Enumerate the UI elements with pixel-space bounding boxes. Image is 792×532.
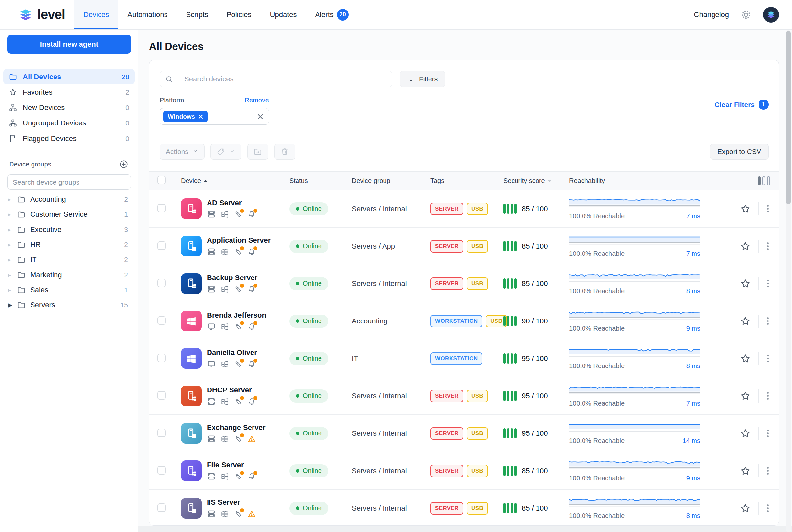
device-group-sales[interactable]: ▸ Sales 1 (0, 282, 138, 298)
add-device-group-icon[interactable] (119, 159, 129, 169)
row-menu-icon[interactable] (766, 204, 770, 214)
row-checkbox[interactable] (157, 204, 166, 212)
device-name[interactable]: File Server (207, 461, 244, 469)
row-menu-icon[interactable] (766, 316, 770, 326)
chevron-right-icon[interactable]: ▶ (8, 302, 15, 309)
row-checkbox[interactable] (157, 279, 166, 287)
row-menu-icon[interactable] (766, 279, 770, 289)
device-group-customer-service[interactable]: ▸ Customer Service 1 (0, 207, 138, 222)
user-avatar[interactable] (763, 7, 779, 23)
delete-button[interactable] (274, 144, 295, 159)
column-header-device[interactable]: Device (181, 177, 289, 185)
online-dot (296, 394, 300, 398)
row-menu-icon[interactable] (766, 466, 770, 476)
chevron-right-icon[interactable]: ▸ (8, 211, 15, 218)
favorite-star-icon[interactable] (740, 503, 751, 514)
favorite-star-icon[interactable] (740, 466, 751, 476)
device-name[interactable]: Application Server (207, 236, 271, 244)
device-name[interactable]: Brenda Jefferson (207, 311, 266, 319)
chip-remove-icon[interactable] (198, 114, 203, 119)
device-groups-search-input[interactable] (7, 174, 131, 190)
clear-filters-link[interactable]: Clear Filters 1 (715, 99, 769, 110)
device-name[interactable]: AD Server (207, 199, 242, 207)
tab-scripts[interactable]: Scripts (177, 0, 217, 29)
row-menu-icon[interactable] (766, 353, 770, 363)
row-checkbox[interactable] (157, 429, 166, 437)
actions-dropdown-button[interactable]: Actions (159, 144, 205, 159)
windows-filter-chip[interactable]: Windows (163, 111, 208, 122)
device-group-it[interactable]: ▸ IT 2 (0, 252, 138, 267)
row-checkbox[interactable] (157, 354, 166, 362)
favorite-star-icon[interactable] (740, 428, 751, 439)
device-name[interactable]: Exchange Server (207, 423, 266, 432)
select-all-checkbox[interactable] (157, 176, 166, 184)
sidebar-item-favorites[interactable]: Favorites 2 (3, 84, 135, 100)
tab-policies[interactable]: Policies (217, 0, 261, 29)
column-header-device-group[interactable]: Device group (352, 177, 430, 185)
sidebar-item-new-devices[interactable]: New Devices 0 (3, 100, 135, 115)
chevron-right-icon[interactable]: ▸ (8, 196, 15, 203)
export-to-csv-button[interactable]: Export to CSV (710, 144, 769, 159)
group-count: 2 (124, 241, 128, 249)
scrollbar-thumb[interactable] (786, 31, 791, 204)
favorite-star-icon[interactable] (740, 241, 751, 252)
device-avatar (181, 498, 201, 518)
scrollbar-track[interactable] (786, 30, 791, 532)
move-to-group-button[interactable] (247, 144, 268, 159)
install-new-agent-button[interactable]: Install new agent (7, 35, 131, 54)
sidebar-item-ungrouped-devices[interactable]: Ungrouped Devices 0 (3, 115, 135, 131)
column-header-reachability[interactable]: Reachability (569, 177, 702, 185)
device-group-executive[interactable]: ▸ Executive 3 (0, 222, 138, 237)
column-settings-icon[interactable] (702, 176, 778, 185)
filters-button[interactable]: Filters (400, 71, 445, 87)
tab-automations[interactable]: Automations (118, 0, 177, 29)
device-group-marketing[interactable]: ▸ Marketing 2 (0, 267, 138, 282)
device-name[interactable]: Daniella Oliver (207, 348, 257, 357)
row-checkbox[interactable] (157, 391, 166, 400)
changelog-link[interactable]: Changelog (694, 11, 729, 19)
row-checkbox[interactable] (157, 504, 166, 512)
row-checkbox[interactable] (157, 316, 166, 325)
settings-gear-icon[interactable] (740, 9, 752, 21)
row-menu-icon[interactable] (766, 503, 770, 513)
favorite-star-icon[interactable] (740, 353, 751, 364)
tab-label: Devices (83, 11, 109, 19)
device-group-servers[interactable]: ▶ Servers 15 (0, 298, 138, 312)
column-header-status[interactable]: Status (289, 177, 352, 185)
favorite-star-icon[interactable] (740, 391, 751, 402)
chevron-right-icon[interactable]: ▸ (8, 241, 15, 248)
platform-filter-select[interactable]: Windows (159, 108, 269, 125)
chevron-right-icon[interactable]: ▸ (8, 226, 15, 233)
search-devices-input[interactable] (178, 75, 392, 83)
device-group-hr[interactable]: ▸ HR 2 (0, 237, 138, 252)
column-header-tags[interactable]: Tags (430, 177, 503, 185)
sidebar-item-all-devices[interactable]: All Devices 28 (3, 69, 135, 84)
column-header-security-score[interactable]: Security score (503, 177, 569, 185)
row-menu-icon[interactable] (766, 391, 770, 401)
clear-select-icon[interactable] (257, 114, 263, 119)
device-name[interactable]: DHCP Server (207, 386, 252, 394)
tab-devices[interactable]: Devices (74, 0, 118, 29)
favorite-star-icon[interactable] (740, 278, 751, 289)
tag-dropdown-button[interactable] (211, 144, 242, 159)
favorite-star-icon[interactable] (740, 203, 751, 214)
tab-alerts[interactable]: Alerts 20 (306, 0, 358, 29)
chevron-right-icon[interactable]: ▸ (8, 287, 15, 293)
level-logo[interactable]: level (0, 0, 74, 29)
chevron-right-icon[interactable]: ▸ (8, 256, 15, 263)
folder-icon (17, 210, 26, 219)
row-menu-icon[interactable] (766, 428, 770, 438)
tab-updates[interactable]: Updates (261, 0, 306, 29)
row-checkbox[interactable] (157, 466, 166, 475)
status-badge: Online (289, 240, 328, 253)
row-menu-icon[interactable] (766, 241, 770, 251)
device-group-accounting[interactable]: ▸ Accounting 2 (0, 192, 138, 207)
sidebar-item-flagged-devices[interactable]: Flagged Devices 0 (3, 131, 135, 146)
favorite-star-icon[interactable] (740, 316, 751, 327)
chevron-right-icon[interactable]: ▸ (8, 271, 15, 279)
security-score-value: 90 / 100 (522, 317, 548, 325)
remove-filter-link[interactable]: Remove (245, 97, 269, 104)
device-name[interactable]: IIS Server (207, 498, 240, 507)
row-checkbox[interactable] (157, 241, 166, 250)
device-name[interactable]: Backup Server (207, 273, 257, 282)
